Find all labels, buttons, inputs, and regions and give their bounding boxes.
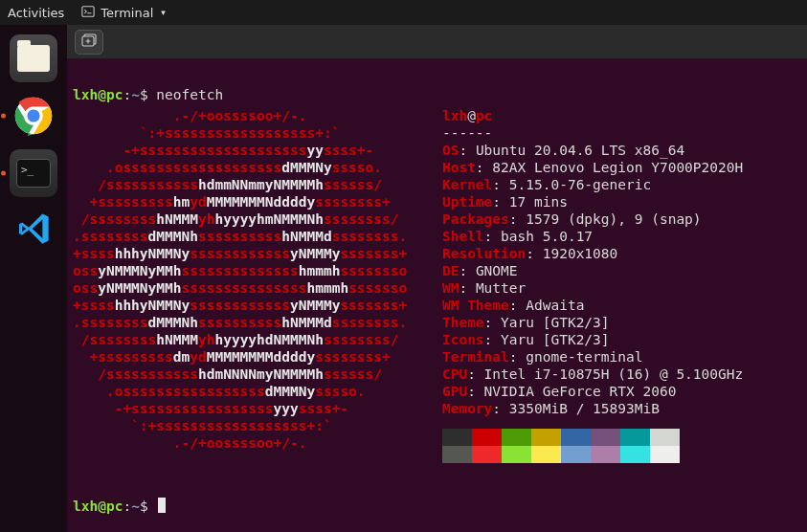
info-uptime: Uptime: 17 mins xyxy=(442,193,743,211)
info-gpu: GPU: NVIDIA GeForce RTX 2060 xyxy=(442,383,743,400)
new-tab-button[interactable] xyxy=(75,30,103,55)
color-swatch xyxy=(531,446,561,463)
color-swatch xyxy=(620,446,650,463)
dock-item-terminal[interactable]: >_ xyxy=(10,149,57,197)
color-swatch xyxy=(620,429,650,446)
appmenu-label: Terminal xyxy=(101,6,153,20)
appmenu-button[interactable]: Terminal ▾ xyxy=(81,5,165,21)
folder-icon xyxy=(17,45,50,72)
info-memory: Memory: 3350MiB / 15893MiB xyxy=(442,400,743,417)
dock-item-files[interactable] xyxy=(10,34,57,82)
svg-rect-0 xyxy=(82,6,94,16)
info-resolution: Resolution: 1920x1080 xyxy=(442,245,743,262)
info-kernel: Kernel: 5.15.0-76-generic xyxy=(442,176,743,193)
activities-button[interactable]: Activities xyxy=(8,6,64,20)
color-swatch xyxy=(650,429,680,446)
prompt-line-1: lxh@pc:~$ xyxy=(73,87,156,102)
color-swatch xyxy=(561,429,591,446)
info-packages: Packages: 1579 (dpkg), 9 (snap) xyxy=(442,211,743,228)
command: neofetch xyxy=(156,87,223,102)
terminal-window: lxh@pc:~$ neofetch .-/+oossssoo+/-. `:+s… xyxy=(67,25,807,532)
ascii-logo: .-/+oossssoo+/-. `:+ssssssssssssssssss+:… xyxy=(73,107,415,452)
info-wm-theme: WM Theme: Adwaita xyxy=(442,297,743,314)
color-swatch xyxy=(502,446,531,463)
info-shell: Shell: bash 5.0.17 xyxy=(442,228,743,245)
info-host: Host: 82AX Lenovo Legion Y7000P2020H xyxy=(442,159,743,176)
terminal-body[interactable]: lxh@pc:~$ neofetch .-/+oossssoo+/-. `:+s… xyxy=(67,59,807,532)
color-swatch xyxy=(650,446,680,463)
color-swatch xyxy=(502,429,531,446)
info-cpu: CPU: Intel i7-10875H (16) @ 5.100GHz xyxy=(442,366,743,383)
window-header xyxy=(67,25,807,59)
color-swatch xyxy=(472,446,502,463)
prompt-path: ~ xyxy=(131,87,140,102)
prompt-host: pc xyxy=(106,87,123,102)
terminal-icon xyxy=(81,5,95,21)
color-swatch xyxy=(442,446,472,463)
color-swatch xyxy=(591,429,620,446)
dock-item-chrome[interactable] xyxy=(10,92,57,140)
color-swatch xyxy=(472,429,502,446)
color-swatch xyxy=(531,429,561,446)
dock: >_ xyxy=(0,25,67,532)
color-swatch xyxy=(442,429,472,446)
vscode-icon xyxy=(14,210,53,252)
info-userhost: lxh@pc xyxy=(442,107,743,124)
gnome-topbar: Activities Terminal ▾ xyxy=(0,0,807,25)
prompt-at: @ xyxy=(98,87,106,102)
info-de: DE: GNOME xyxy=(442,262,743,279)
system-info: lxh@pc------OS: Ubuntu 20.04.6 LTS x86_6… xyxy=(442,107,743,463)
info-theme: Theme: Yaru [GTK2/3] xyxy=(442,314,743,331)
cursor xyxy=(158,498,166,513)
chrome-icon xyxy=(13,96,54,136)
info-separator: ------ xyxy=(442,124,743,142)
terminal-app-icon: >_ xyxy=(16,159,51,188)
prompt-line-2: lxh@pc:~$ xyxy=(73,499,156,514)
activities-label: Activities xyxy=(8,6,64,20)
color-swatch xyxy=(591,446,620,463)
info-wm: WM: Mutter xyxy=(442,279,743,297)
color-swatch xyxy=(561,446,591,463)
neofetch-output: .-/+oossssoo+/-. `:+ssssssssssssssssss+:… xyxy=(73,107,801,463)
info-icons: Icons: Yaru [GTK2/3] xyxy=(442,331,743,348)
prompt-user: lxh xyxy=(73,87,98,102)
info-terminal: Terminal: gnome-terminal xyxy=(442,348,743,366)
chevron-down-icon: ▾ xyxy=(161,8,166,17)
new-tab-icon xyxy=(81,33,97,51)
info-os: OS: Ubuntu 20.04.6 LTS x86_64 xyxy=(442,142,743,159)
color-palette xyxy=(442,429,680,463)
dock-item-vscode[interactable] xyxy=(10,207,57,255)
